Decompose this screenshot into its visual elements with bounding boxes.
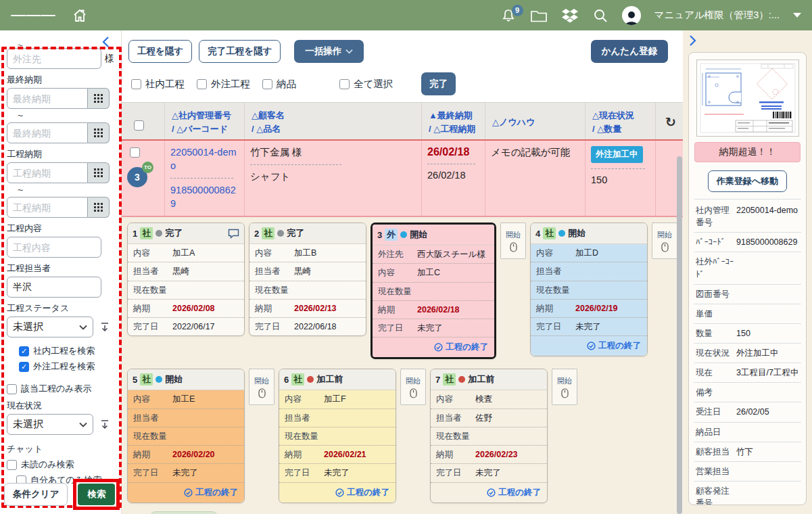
check-circle-icon [434, 343, 443, 352]
blueprint-thumbnail[interactable] [694, 58, 801, 142]
process-card-3-selected[interactable]: 3 外 開始 外注先西大阪スチール様 内容加工C 現在数量 納期2026/02/… [371, 223, 496, 359]
checkbox-filter-inhouse[interactable]: 社内工程 [131, 78, 185, 91]
drag-start-handle[interactable]: 開始 [500, 223, 526, 259]
final-due-to-input[interactable] [7, 122, 88, 143]
clear-conditions-button[interactable]: 条件クリア [4, 483, 68, 506]
process-card-2[interactable]: 2 社 完了 内容加工B 担当者黒崎 現在数量 納期2026/02/13 完了日… [249, 223, 366, 336]
process-status-select[interactable]: 未選択 [7, 317, 93, 337]
process-cards-area: 1 社 完了 内容加工A 担当者黒崎 現在数量 納期2026/02/08 完了日… [122, 217, 683, 514]
calendar-icon[interactable] [88, 197, 110, 218]
drag-start-handle[interactable]: 開始 [249, 369, 274, 405]
drag-start-handle[interactable]: 開始 [400, 369, 426, 405]
control-number-link[interactable]: 22050014-demo [170, 146, 239, 172]
move-to-work-register-button[interactable]: 作業登録へ移動 [708, 170, 787, 192]
checkbox-checked-icon[interactable] [19, 362, 29, 372]
row-checkbox[interactable] [130, 147, 140, 158]
folder-icon[interactable] [530, 8, 548, 23]
detail-panel: 納期超過！！ 作業登録へ移動 社内管理番号22050014-demo ﾊﾞｰｺｰ… [683, 30, 812, 514]
checkbox-unchecked-icon[interactable] [197, 79, 207, 89]
process-card-4[interactable]: 4 社 開始 内容加工D 担当者 現在数量 納期2026/02/19 完了日未完… [530, 223, 648, 356]
checkbox-unchecked-icon[interactable] [262, 79, 272, 89]
checkbox-filter-delivery[interactable]: 納品 [262, 78, 296, 91]
check-circle-icon [184, 488, 193, 497]
easy-register-button[interactable]: かんたん登録 [591, 40, 668, 63]
pull-down-icon[interactable] [100, 322, 110, 332]
process-card-6[interactable]: 6 社 加工前 内容加工F 担当者 現在数量 納期2026/02/21 完了日未… [279, 369, 396, 503]
chat-bubble-icon[interactable] [228, 229, 239, 239]
column-header-customer[interactable]: △顧客名 / △品名 [245, 103, 422, 139]
dropbox-icon[interactable] [561, 7, 579, 24]
to-badge: TO [142, 162, 153, 173]
calendar-icon[interactable] [88, 162, 110, 183]
final-due-date: 26/02/18 [427, 146, 479, 158]
notifications-bell-icon[interactable]: 9 [500, 7, 517, 24]
panel-expand-icon[interactable] [687, 34, 698, 47]
end-process-link[interactable]: 工程の終了 [279, 483, 396, 503]
end-process-link[interactable]: 工程の終了 [128, 483, 244, 503]
order-row[interactable]: 3 TO 22050014-demo 9185000008629 竹下金属 様 … [122, 141, 683, 217]
checkbox-only-matching[interactable]: 該当工程のみ表示 [7, 383, 116, 395]
column-header-control-number[interactable]: △社内管理番号 / △バーコード [165, 103, 245, 139]
mouse-icon [661, 242, 669, 252]
final-due-from-input[interactable] [7, 88, 88, 109]
current-status-select[interactable]: 未選択 [7, 414, 93, 435]
process-status-label: 工程ステータス [7, 302, 116, 314]
hide-completed-button[interactable]: 完了工程を隠す [199, 40, 281, 63]
process-count-badge[interactable]: 3 TO [127, 167, 147, 187]
home-icon[interactable] [72, 7, 88, 24]
barcode-link[interactable]: 9185000008629 [170, 184, 239, 210]
calendar-icon[interactable] [88, 122, 110, 143]
range-tilde: ~ [18, 40, 116, 48]
process-card-5[interactable]: 5 社 開始 内容加工E 担当者 現在数量 納期2026/02/20 完了日未完… [127, 369, 245, 503]
end-process-link[interactable]: 工程の終了 [373, 337, 494, 357]
mouse-icon [510, 242, 517, 252]
vertical-scrollbar[interactable] [677, 156, 682, 514]
header-select-checkbox[interactable] [134, 120, 144, 131]
drag-start-handle[interactable]: 開始 [652, 223, 677, 259]
checkbox-unchecked-icon[interactable] [7, 460, 17, 470]
process-card-1[interactable]: 1 社 完了 内容加工A 担当者黒崎 現在数量 納期2026/02/08 完了日… [127, 223, 245, 336]
calendar-icon[interactable] [88, 88, 110, 109]
search-button[interactable]: 検索 [78, 484, 115, 505]
hide-process-button[interactable]: 工程を隠す [128, 40, 192, 63]
process-person-input[interactable] [7, 277, 101, 298]
checkbox-unchecked-icon[interactable] [7, 384, 17, 394]
order-date-value: 26/02/05 [736, 406, 769, 418]
checkbox-unread-only[interactable]: 未読のみ検索 [7, 459, 116, 471]
complete-button[interactable]: 完了 [421, 72, 456, 95]
top-bar: 9 マニュアル権限（管理3）:... [0, 0, 812, 30]
drag-start-handle[interactable]: 開始 [552, 369, 577, 405]
column-header-knowhow[interactable]: △ノウハウ [485, 103, 586, 139]
checkbox-checked-icon[interactable] [19, 346, 29, 356]
process-due-to-input[interactable] [7, 197, 88, 218]
end-process-link[interactable]: 工程の終了 [531, 336, 647, 356]
checkbox-filter-outsourced[interactable]: 外注工程 [197, 78, 250, 91]
current-process-value: 3工程目/7工程中 [736, 367, 798, 379]
clipped-bottom-button[interactable] [150, 511, 218, 514]
process-content-label: 工程内容 [7, 223, 116, 235]
checkbox-select-all[interactable]: 全て選択 [339, 78, 393, 91]
column-header-status[interactable]: △現在状況 / △数量 [586, 103, 656, 139]
subcontractor-input[interactable] [7, 48, 101, 69]
checkbox-unchecked-icon[interactable] [131, 79, 141, 89]
pull-down-icon[interactable] [100, 419, 110, 429]
refresh-icon[interactable]: ↻ [665, 114, 676, 131]
main-content: 工程を隠す 完了工程を隠す 一括操作 かんたん登録 社内工程 外注工程 納品 全… [122, 30, 683, 514]
bulk-action-button[interactable]: 一括操作 [294, 40, 364, 63]
check-circle-icon [587, 342, 596, 350]
process-content-input[interactable] [7, 237, 101, 258]
inhouse-type-badge: 社 [291, 373, 304, 386]
check-circle-icon [335, 488, 344, 497]
checkbox-unchecked-icon[interactable] [339, 79, 350, 89]
search-icon[interactable] [592, 7, 608, 24]
checkbox-search-outsourced[interactable]: 外注工程を検索 [19, 360, 116, 373]
end-process-link[interactable]: 工程の終了 [431, 483, 547, 503]
user-menu-caret-icon[interactable] [793, 13, 801, 18]
process-card-7[interactable]: 7 社 加工前 内容検査 担当者佐野 現在数量 納期2026/02/23 完了日… [430, 369, 548, 503]
process-person-label: 工程担当者 [7, 262, 116, 275]
column-header-due[interactable]: ▲最終納期 / △工程納期 [422, 103, 485, 139]
menu-icon[interactable] [11, 13, 55, 18]
process-due-from-input[interactable] [7, 162, 88, 183]
checkbox-search-inhouse[interactable]: 社内工程を検索 [19, 345, 116, 357]
avatar[interactable] [622, 6, 641, 25]
